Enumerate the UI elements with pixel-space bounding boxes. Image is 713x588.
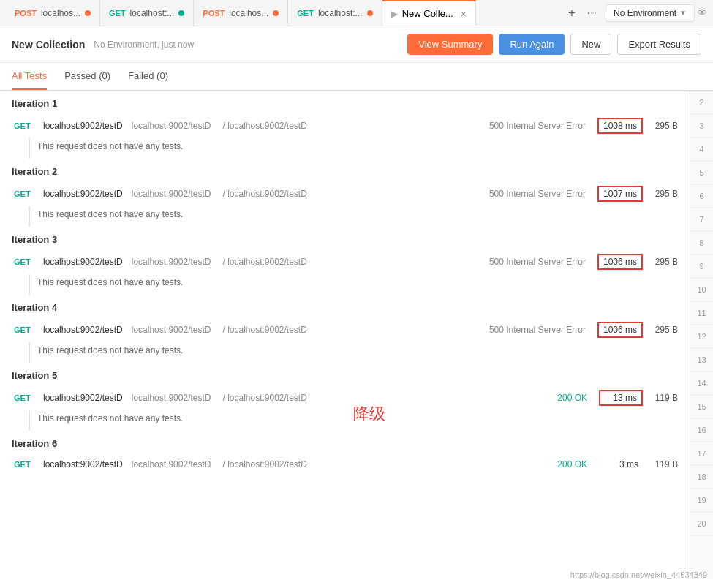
table-row[interactable]: GET localhost:9002/testD localhost:9002/…: [0, 113, 690, 138]
iteration-4-header: Iteration 4: [0, 295, 690, 317]
close-icon[interactable]: ×: [461, 8, 467, 20]
tab-url-1: localhos...: [41, 8, 80, 18]
sidebar-num: 16: [690, 418, 713, 442]
request-url: localhost:9002/testD: [43, 325, 123, 335]
response-time: 3 ms: [599, 458, 643, 471]
status-badge: 200 OK: [557, 459, 587, 470]
tab-all-tests[interactable]: All Tests: [12, 63, 47, 90]
export-results-button[interactable]: Export Results: [617, 34, 701, 55]
method-label-4: GET: [297, 9, 314, 18]
tab-url-3: localhos...: [229, 8, 268, 18]
sidebar-num: 7: [690, 208, 713, 231]
sidebar-num: 14: [690, 372, 713, 395]
run-again-button[interactable]: Run Again: [499, 34, 565, 55]
response-time: 1006 ms: [597, 322, 643, 338]
more-tabs-icon[interactable]: ···: [584, 4, 600, 23]
watermark: https://blog.csdn.net/weixin_44634349: [570, 570, 707, 579]
tab-passed[interactable]: Passed (0): [64, 63, 110, 90]
test-message: This request does not have any tests.: [0, 206, 690, 227]
tab-dot-4: [367, 10, 373, 16]
tab-dot-3: [273, 10, 279, 16]
chevron-down-icon: ▼: [679, 9, 687, 17]
table-row[interactable]: GET localhost:9002/testD localhost:9002/…: [0, 249, 690, 274]
tab-post-1[interactable]: POST localhos...: [6, 0, 100, 26]
sidebar-num: 5: [690, 161, 713, 184]
iteration-1-header: Iteration 1: [0, 91, 690, 113]
iteration-6-header: Iteration 6: [0, 431, 690, 453]
new-button[interactable]: New: [570, 34, 611, 55]
request-url-secondary: localhost:9002/testD: [132, 189, 211, 199]
env-label: No Environment: [614, 8, 676, 18]
tab-dot-2: [178, 10, 184, 16]
method-get: GET: [14, 460, 37, 469]
sidebar-num: 12: [690, 325, 713, 348]
response-time: 1007 ms: [597, 186, 643, 202]
response-time: 1008 ms: [597, 118, 643, 134]
main-content: Iteration 1 GET localhost:9002/testD loc…: [0, 91, 713, 579]
tab-action-icons: + ···: [565, 4, 600, 23]
sidebar-num: 2: [690, 91, 713, 114]
request-url-secondary: localhost:9002/testD: [132, 459, 211, 470]
tab-get-2[interactable]: GET localhost:...: [288, 0, 382, 26]
method-get: GET: [14, 325, 37, 334]
sidebar-num: 6: [690, 184, 713, 208]
sidebar-num: 11: [690, 301, 713, 325]
request-path: / localhost:9002/testD: [222, 459, 306, 470]
add-tab-icon[interactable]: +: [565, 4, 578, 23]
tab-new-collection[interactable]: ▶ New Colle... ×: [382, 0, 476, 26]
request-path: / localhost:9002/testD: [222, 393, 306, 403]
sidebar-num: 10: [690, 278, 713, 301]
response-size: 119 B: [649, 393, 678, 403]
sidebar-num: 19: [690, 489, 713, 512]
env-note: No Environment, just now: [94, 39, 194, 50]
tab-dot-1: [85, 10, 91, 16]
iteration-3-header: Iteration 3: [0, 227, 690, 249]
method-label-2: GET: [109, 9, 126, 18]
response-time: 13 ms: [599, 390, 643, 406]
request-path: / localhost:9002/testD: [222, 189, 306, 199]
method-label-1: POST: [15, 9, 37, 18]
tab-bar: POST localhos... GET localhost:... POST …: [0, 0, 713, 26]
request-url-secondary: localhost:9002/testD: [132, 121, 211, 131]
results-panel[interactable]: Iteration 1 GET localhost:9002/testD loc…: [0, 91, 690, 579]
eye-icon[interactable]: 👁: [698, 7, 707, 18]
header-bar: New Collection No Environment, just now …: [0, 26, 713, 63]
request-url: localhost:9002/testD: [43, 459, 123, 470]
request-url-secondary: localhost:9002/testD: [132, 257, 211, 267]
method-get: GET: [14, 121, 37, 130]
tab-failed[interactable]: Failed (0): [128, 63, 168, 90]
header-actions: View Summary Run Again New Export Result…: [407, 34, 701, 55]
tab-post-2[interactable]: POST localhos...: [194, 0, 288, 26]
request-url: localhost:9002/testD: [43, 189, 123, 199]
table-row[interactable]: GET localhost:9002/testD localhost:9002/…: [0, 385, 690, 410]
sidebar-num: 8: [690, 231, 713, 255]
test-tabs: All Tests Passed (0) Failed (0): [0, 63, 713, 91]
sidebar-num: 20: [690, 512, 713, 535]
tab-collection-label: New Colle...: [402, 8, 453, 19]
tab-url-2: localhost:...: [130, 8, 175, 18]
request-url-secondary: localhost:9002/testD: [132, 325, 211, 335]
method-get: GET: [14, 393, 37, 402]
test-message: This request does not have any tests.: [0, 274, 690, 295]
test-message: This request does not have any tests.: [0, 342, 690, 363]
request-path: / localhost:9002/testD: [222, 325, 306, 335]
env-selector[interactable]: No Environment ▼: [606, 4, 695, 22]
tab-get-1[interactable]: GET localhost:...: [100, 0, 194, 26]
sidebar-num: 3: [690, 114, 713, 137]
response-time: 1006 ms: [597, 254, 643, 270]
downgrade-label: 降级: [353, 403, 385, 425]
method-label-3: POST: [203, 9, 225, 18]
iteration-2-header: Iteration 2: [0, 159, 690, 181]
method-get: GET: [14, 257, 37, 266]
sidebar-num: 4: [690, 137, 713, 161]
right-sidebar: 2 3 4 5 6 7 8 9 10 11 12 13 14 15 16 17 …: [690, 91, 713, 579]
table-row[interactable]: GET localhost:9002/testD localhost:9002/…: [0, 317, 690, 342]
table-row[interactable]: GET localhost:9002/testD localhost:9002/…: [0, 453, 690, 475]
sidebar-num: 15: [690, 395, 713, 418]
sidebar-num: 13: [690, 348, 713, 372]
iteration-5-header: Iteration 5: [0, 363, 690, 385]
response-size: 295 B: [649, 257, 678, 267]
table-row[interactable]: GET localhost:9002/testD localhost:9002/…: [0, 181, 690, 206]
response-size: 119 B: [649, 459, 678, 470]
view-summary-button[interactable]: View Summary: [407, 34, 493, 55]
